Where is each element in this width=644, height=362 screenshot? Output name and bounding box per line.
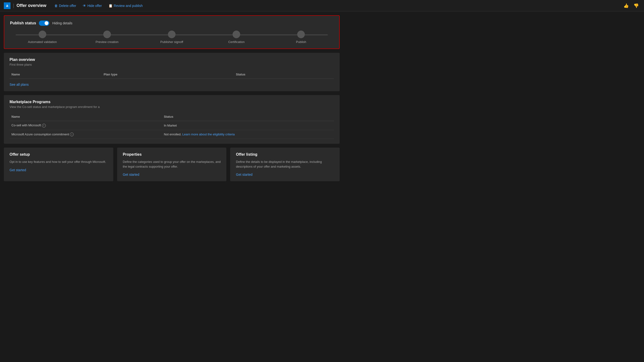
plan-overview-subtitle: First three plans <box>10 63 334 66</box>
progress-steps: Automated validation Preview creation Pu… <box>10 31 334 44</box>
review-publish-button[interactable]: 📋 Review and publish <box>106 3 145 9</box>
marketplace-programs-subtitle: View the Co-sell status and marketplace … <box>10 105 334 109</box>
delete-offer-button[interactable]: 🗑 Delete offer <box>52 3 78 9</box>
toggle-slider <box>39 21 49 26</box>
top-bar: a | Offer overview 🗑 Delete offer 👁 Hide… <box>0 0 644 12</box>
card-offer-setup-link[interactable]: Get started <box>10 168 26 172</box>
see-all-plans-link[interactable]: See all plans <box>10 83 28 86</box>
mp-table-row: Microsoft Azure consumption commitmentiN… <box>10 130 334 139</box>
mp-row-status: In Market <box>162 121 334 130</box>
mp-row-name: Co-sell with Microsofti <box>10 121 162 130</box>
step-publish: Publish <box>269 31 334 44</box>
card-offer-listing-link[interactable]: Get started <box>236 173 252 176</box>
plan-overview-title: Plan overview <box>10 58 334 62</box>
plan-col-status: Status <box>234 70 334 79</box>
info-icon[interactable]: i <box>70 132 74 136</box>
marketplace-programs-table: Name Status Co-sell with MicrosoftiIn Ma… <box>10 112 334 139</box>
main-content: Publish status Hiding details Automated … <box>0 12 344 189</box>
card-offer-listing-desc: Define the details to be displayed in th… <box>236 159 334 169</box>
card-properties-link[interactable]: Get started <box>123 173 139 176</box>
step-automated-validation: Automated validation <box>10 31 75 44</box>
mp-col-name: Name <box>10 112 162 121</box>
title-divider: | <box>13 3 14 8</box>
mp-table-header-row: Name Status <box>10 112 334 121</box>
plan-overview-card: Plan overview First three plans Name Pla… <box>4 53 340 91</box>
step-preview-creation: Preview creation <box>75 31 139 44</box>
card-offer-listing: Offer listingDefine the details to be di… <box>230 147 340 181</box>
step-publisher-signoff: Publisher signoff <box>139 31 204 44</box>
card-offer-listing-title: Offer listing <box>236 152 334 157</box>
card-offer-setup-desc: Opt in to use key features and how to se… <box>10 159 108 164</box>
feedback-buttons: 👍 👎 <box>622 2 640 9</box>
card-properties-title: Properties <box>123 152 221 157</box>
thumbs-down-button[interactable]: 👎 <box>632 2 640 9</box>
marketplace-programs-title: Marketplace Programs <box>10 100 334 104</box>
page-title: Offer overview <box>16 3 46 8</box>
publish-icon: 📋 <box>108 4 112 8</box>
step-certification: Certification <box>204 31 269 44</box>
plan-col-name: Name <box>10 70 102 79</box>
step-label-5: Publish <box>296 40 306 44</box>
step-label-1: Automated validation <box>28 40 57 44</box>
card-offer-setup-title: Offer setup <box>10 152 108 157</box>
step-circle-2 <box>103 31 111 38</box>
app-logo: a <box>4 3 10 9</box>
mp-row-status: Not enrolled. Learn more about the eligi… <box>162 130 334 139</box>
plan-overview-table: Name Plan type Status <box>10 70 334 79</box>
thumbs-up-button[interactable]: 👍 <box>622 2 630 9</box>
review-publish-label: Review and publish <box>114 4 143 8</box>
step-label-2: Preview creation <box>96 40 118 44</box>
hide-offer-button[interactable]: 👁 Hide offer <box>80 3 104 9</box>
delete-offer-label: Delete offer <box>59 4 76 8</box>
hide-icon: 👁 <box>83 4 86 8</box>
bottom-cards-row: Offer setupOpt in to use key features an… <box>4 147 340 181</box>
step-label-3: Publisher signoff <box>160 40 183 44</box>
step-circle-3 <box>168 31 176 38</box>
mp-table-row: Co-sell with MicrosoftiIn Market <box>10 121 334 130</box>
delete-icon: 🗑 <box>54 4 58 8</box>
card-properties-desc: Define the categories used to group your… <box>123 159 221 169</box>
mp-row-name: Microsoft Azure consumption commitmenti <box>10 130 162 139</box>
info-icon[interactable]: i <box>42 124 46 127</box>
mp-col-status: Status <box>162 112 334 121</box>
top-bar-actions: 🗑 Delete offer 👁 Hide offer 📋 Review and… <box>52 3 145 9</box>
marketplace-programs-card: Marketplace Programs View the Co-sell st… <box>4 95 340 144</box>
publish-status-card: Publish status Hiding details Automated … <box>4 15 340 49</box>
hide-offer-label: Hide offer <box>87 4 102 8</box>
step-circle-5 <box>297 31 305 38</box>
plan-col-type: Plan type <box>102 70 234 79</box>
step-circle-1 <box>39 31 46 38</box>
toggle-label: Hiding details <box>52 21 72 25</box>
step-circle-4 <box>232 31 240 38</box>
publish-status-title: Publish status <box>10 21 36 25</box>
eligibility-criteria-link[interactable]: Learn more about the eligibility criteri… <box>182 132 235 136</box>
hiding-details-toggle[interactable] <box>39 21 49 26</box>
publish-status-header: Publish status Hiding details <box>10 21 334 26</box>
card-properties: PropertiesDefine the categories used to … <box>117 147 226 181</box>
card-offer-setup: Offer setupOpt in to use key features an… <box>4 147 113 181</box>
step-label-4: Certification <box>228 40 245 44</box>
plan-table-header-row: Name Plan type Status <box>10 70 334 79</box>
